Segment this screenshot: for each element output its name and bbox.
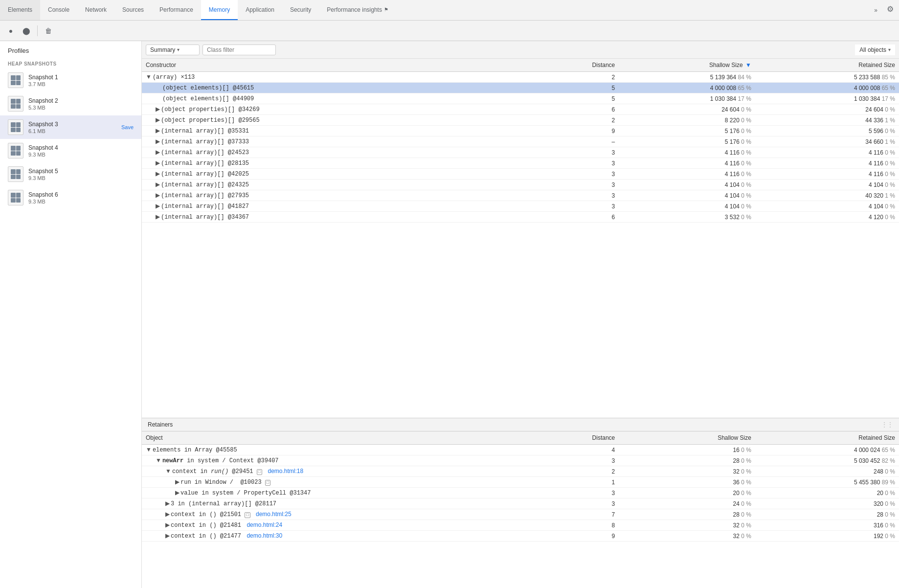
table-row[interactable]: ▶(internal array)[] @37333 – 5 176 0 % 3… <box>142 136 899 147</box>
tab-performance-insights[interactable]: Performance insights ⚑ <box>319 0 396 20</box>
table-row[interactable]: ▶3 in (internal array)[] @28117 3 24 0 %… <box>142 498 899 509</box>
cell-distance: 7 <box>558 509 619 520</box>
tab-performance[interactable]: Performance <box>152 0 201 20</box>
expand-arrow[interactable]: ▶ <box>156 138 160 145</box>
retainers-title: Retainers <box>148 421 173 428</box>
col-header-retained[interactable]: Retained Size <box>755 59 899 72</box>
expand-arrow[interactable]: ▶ <box>156 149 160 156</box>
record-button[interactable]: ● <box>4 24 18 38</box>
expand-arrow[interactable]: ▼ <box>156 457 161 464</box>
sidebar-title: Profiles <box>0 41 141 57</box>
table-row[interactable]: ▶(internal array)[] @28135 3 4 116 0 % 4… <box>142 158 899 169</box>
summary-dropdown[interactable]: Summary ▾ <box>146 45 200 55</box>
cell-shallow: 5 176 0 % <box>619 126 755 136</box>
all-objects-dropdown[interactable]: All objects ▾ <box>855 45 895 55</box>
expand-arrow[interactable]: ▶ <box>165 500 170 507</box>
settings-button[interactable]: ⚙ <box>881 0 899 18</box>
ret-link[interactable]: demo.html:18 <box>268 468 303 475</box>
expand-arrow[interactable]: ▶ <box>156 127 160 134</box>
cell-retained: 4 000 024 65 % <box>755 445 899 455</box>
expand-arrow[interactable]: ▶ <box>156 203 160 209</box>
tab-more-btn[interactable]: » <box>870 0 881 20</box>
ret-col-header-shallow[interactable]: Shallow Size <box>619 431 755 445</box>
snapshot-save-3[interactable]: Save <box>121 124 134 130</box>
table-row[interactable]: ▶(internal array)[] @34367 6 3 532 0 % 4… <box>142 212 899 223</box>
table-row[interactable]: ▶(internal array)[] @41827 3 4 104 0 % 4… <box>142 201 899 212</box>
ret-link[interactable]: demo.html:25 <box>256 511 292 518</box>
expand-arrow[interactable]: ▶ <box>165 511 170 518</box>
tab-network[interactable]: Network <box>77 0 114 20</box>
table-row[interactable]: ▶context in () @21481 demo.html:24 8 32 … <box>142 520 899 531</box>
ret-link[interactable]: demo.html:30 <box>247 532 282 539</box>
ret-link[interactable]: demo.html:24 <box>247 521 282 528</box>
expand-arrow[interactable]: ▼ <box>146 73 152 80</box>
table-row[interactable]: ▼(array) ×113 2 5 139 364 84 % 5 233 588… <box>142 72 899 83</box>
expand-arrow[interactable]: ▶ <box>165 521 170 528</box>
expand-arrow[interactable]: ▶ <box>156 213 160 220</box>
expand-arrow[interactable]: ▼ <box>146 446 152 453</box>
table-row[interactable]: ▶value in system / PropertyCell @31347 3… <box>142 488 899 498</box>
snapshot-item-2[interactable]: Snapshot 2 5.3 MB <box>0 92 141 115</box>
table-row[interactable]: (object elements)[] @44909 5 1 030 384 1… <box>142 93 899 104</box>
table-row[interactable]: ▼newArr in system / Context @39407 3 28 … <box>142 455 899 466</box>
snapshot-item-3[interactable]: Snapshot 3 6.1 MB Save <box>0 115 141 139</box>
expand-arrow[interactable]: ▶ <box>156 170 160 177</box>
col-header-constructor[interactable]: Constructor <box>142 59 558 72</box>
tab-memory[interactable]: Memory <box>201 0 238 20</box>
expand-arrow[interactable]: ▶ <box>156 159 160 166</box>
table-row[interactable]: ▶(internal array)[] @24523 3 4 116 0 % 4… <box>142 147 899 158</box>
cell-distance: 3 <box>558 201 619 212</box>
cell-object: ▼context in run() @29451 □ demo.html:18 <box>142 466 558 477</box>
expand-arrow[interactable]: ▼ <box>165 468 171 475</box>
class-filter-input[interactable] <box>202 45 276 55</box>
table-row[interactable]: ▶(object properties)[] @34269 6 24 604 0… <box>142 104 899 115</box>
col-header-shallow[interactable]: Shallow Size ▼ <box>619 59 755 72</box>
table-row[interactable]: ▶(object properties)[] @29565 2 8 220 0 … <box>142 115 899 126</box>
snapshot-item-1[interactable]: Snapshot 1 3.7 MB <box>0 68 141 92</box>
cell-shallow: 4 116 0 % <box>619 147 755 158</box>
snapshot-name-5: Snapshot 5 <box>28 168 134 175</box>
constructor-table-pane[interactable]: Constructor Distance Shallow Size ▼ Reta… <box>142 59 899 418</box>
cell-distance: 3 <box>558 190 619 201</box>
expand-arrow[interactable]: ▶ <box>156 116 160 123</box>
expand-arrow[interactable]: ▶ <box>156 181 160 188</box>
tab-console[interactable]: Console <box>40 0 77 20</box>
snapshot-item-4[interactable]: Snapshot 4 9.3 MB <box>0 139 141 162</box>
table-row[interactable]: ▶run in Window / @10023 □ 1 36 0 % 5 455… <box>142 477 899 488</box>
tab-elements[interactable]: Elements <box>0 0 40 20</box>
table-row[interactable]: ▶(internal array)[] @35331 9 5 176 0 % 5… <box>142 126 899 136</box>
snapshot-info-5: Snapshot 5 9.3 MB <box>28 168 134 181</box>
ret-col-header-object[interactable]: Object <box>142 431 558 445</box>
expand-arrow[interactable]: ▶ <box>175 478 180 485</box>
stop-button[interactable]: ⬤ <box>20 24 33 38</box>
snapshot-info-6: Snapshot 6 9.3 MB <box>28 191 134 204</box>
snapshot-item-5[interactable]: Snapshot 5 9.3 MB <box>0 162 141 186</box>
table-row[interactable]: (object elements)[] @45615 5 4 000 008 6… <box>142 83 899 93</box>
col-header-distance[interactable]: Distance <box>558 59 619 72</box>
tab-application[interactable]: Application <box>238 0 282 20</box>
expand-arrow[interactable]: ▶ <box>156 106 160 113</box>
ret-col-header-retained[interactable]: Retained Size <box>755 431 899 445</box>
table-row[interactable]: ▶(internal array)[] @42025 3 4 116 0 % 4… <box>142 169 899 180</box>
table-row[interactable]: ▶context in () @21477 demo.html:30 9 32 … <box>142 531 899 542</box>
retainers-divider: Retainers ⋮⋮ <box>142 418 899 431</box>
cell-retained: 5 233 588 85 % <box>755 72 899 83</box>
ret-col-header-distance[interactable]: Distance <box>558 431 619 445</box>
cell-distance: 1 <box>558 477 619 488</box>
delete-button[interactable]: 🗑 <box>42 24 55 38</box>
snapshot-name-2: Snapshot 2 <box>28 97 134 104</box>
retainers-table-pane[interactable]: Object Distance Shallow Size Retained Si… <box>142 431 899 588</box>
table-row[interactable]: ▼context in run() @29451 □ demo.html:18 … <box>142 466 899 477</box>
table-row[interactable]: ▼elements in Array @45585 4 16 0 % 4 000… <box>142 445 899 455</box>
expand-arrow[interactable]: ▶ <box>165 532 170 539</box>
cell-distance: 2 <box>558 466 619 477</box>
table-row[interactable]: ▶context in () @21501 □ demo.html:25 7 2… <box>142 509 899 520</box>
snapshot-item-6[interactable]: Snapshot 6 9.3 MB <box>0 186 141 209</box>
cell-object: ▶context in () @21481 demo.html:24 <box>142 520 558 531</box>
tab-sources[interactable]: Sources <box>114 0 152 20</box>
table-row[interactable]: ▶(internal array)[] @27935 3 4 104 0 % 4… <box>142 190 899 201</box>
expand-arrow[interactable]: ▶ <box>175 489 180 496</box>
expand-arrow[interactable]: ▶ <box>156 192 160 199</box>
table-row[interactable]: ▶(internal array)[] @24325 3 4 104 0 % 4… <box>142 180 899 190</box>
tab-security[interactable]: Security <box>282 0 319 20</box>
